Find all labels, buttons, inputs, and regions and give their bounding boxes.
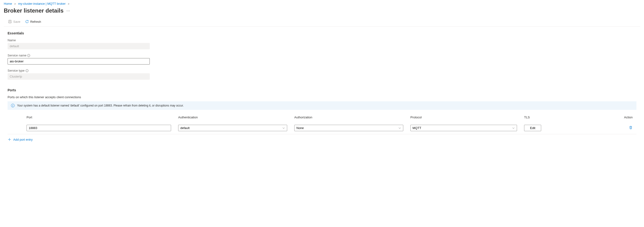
page-title: Broker listener details (4, 7, 64, 14)
trash-icon (629, 126, 633, 129)
service-name-label-text: Service name (8, 54, 26, 57)
content-area: Essentials Name Service name i Service t… (0, 27, 644, 149)
service-type-input (8, 73, 150, 80)
authorization-select[interactable]: None (294, 125, 403, 131)
save-label: Save (13, 20, 20, 24)
info-banner: Your system has a default listener named… (8, 101, 636, 110)
field-service-type: Service type i (8, 69, 636, 80)
ports-title: Ports (8, 88, 636, 92)
field-service-name: Service name i (8, 54, 636, 65)
more-icon[interactable]: ⋯ (66, 9, 70, 13)
protocol-select[interactable]: MQTT (410, 125, 517, 131)
tls-edit-button[interactable]: Edit (524, 125, 541, 131)
add-port-label: Add port entry (13, 138, 33, 141)
plus-icon (8, 138, 11, 141)
field-name: Name (8, 39, 636, 49)
port-input[interactable] (26, 125, 171, 131)
save-button[interactable]: Save (8, 19, 21, 25)
add-port-entry-button[interactable]: Add port entry (8, 134, 33, 145)
essentials-title: Essentials (8, 31, 636, 35)
col-header-tls: TLS (524, 116, 619, 119)
svg-point-4 (12, 105, 13, 105)
service-type-label-text: Service type (8, 69, 25, 72)
breadcrumb-link-home[interactable]: Home (4, 2, 12, 6)
col-header-authz: Authorization (294, 116, 410, 119)
col-header-action: Action (619, 116, 636, 119)
ports-description: Ports on which this listener accepts cli… (8, 95, 636, 99)
col-header-port: Port (26, 116, 178, 119)
col-header-auth: Authentication (178, 116, 294, 119)
service-type-label: Service type i (8, 69, 636, 72)
refresh-icon (25, 20, 29, 24)
col-header-proto: Protocol (410, 116, 524, 119)
chevron-right-icon: > (68, 2, 69, 5)
save-icon (8, 20, 12, 24)
breadcrumb-link-cluster[interactable]: my-cluster-instance | MQTT broker (18, 2, 66, 6)
info-icon[interactable]: i (27, 54, 30, 57)
info-icon (11, 104, 15, 107)
refresh-label: Refresh (30, 20, 41, 24)
service-name-input[interactable] (8, 58, 150, 65)
service-name-label: Service name i (8, 54, 636, 57)
page-header: Broker listener details ⋯ (0, 7, 644, 17)
ports-table: Port Authentication Authorization Protoc… (8, 116, 636, 145)
svg-rect-5 (12, 105, 13, 107)
info-icon[interactable]: i (26, 69, 28, 72)
svg-rect-2 (9, 22, 11, 23)
authentication-select[interactable]: default (178, 125, 287, 131)
toolbar: Save Refresh (4, 17, 640, 27)
name-input (8, 43, 150, 49)
breadcrumb: Home > my-cluster-instance | MQTT broker… (0, 0, 644, 7)
delete-button[interactable] (629, 126, 633, 129)
name-label: Name (8, 39, 636, 42)
refresh-button[interactable]: Refresh (25, 19, 42, 25)
chevron-right-icon: > (14, 2, 16, 5)
svg-rect-1 (9, 20, 11, 21)
ports-table-header: Port Authentication Authorization Protoc… (8, 116, 636, 122)
info-banner-text: Your system has a default listener named… (17, 104, 184, 107)
table-row: default None MQTT Edit (8, 122, 636, 134)
